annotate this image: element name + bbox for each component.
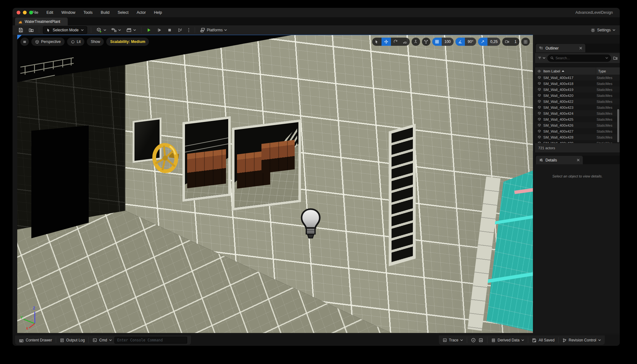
menu-item[interactable]: Edit	[46, 10, 53, 15]
editor-mode-dropdown[interactable]: Selection Mode	[43, 26, 87, 34]
save-button[interactable]	[17, 27, 24, 34]
add-actor-button[interactable]	[95, 27, 108, 34]
cinematics-button[interactable]	[125, 27, 137, 34]
branch-icon	[562, 338, 567, 343]
outliner-row[interactable]: SM_Wall_400x419 StaticMes	[535, 87, 620, 92]
menu-item[interactable]: Build	[101, 10, 109, 15]
static-mesh-icon	[535, 76, 543, 80]
close-details-button[interactable]	[577, 159, 580, 161]
zoom-window-button[interactable]	[29, 11, 33, 14]
perspective-dropdown[interactable]: Perspective	[31, 38, 65, 46]
close-window-button[interactable]	[17, 11, 20, 14]
grid-snap-control[interactable]: 100	[432, 38, 454, 46]
outliner-row[interactable]: SM_Wall_400x425 StaticMes	[535, 116, 620, 122]
tab-water-treatment-plant[interactable]: WaterTreatmentPlant	[15, 18, 68, 25]
outliner-row[interactable]: SM_Wall_400x423 StaticMes	[535, 104, 620, 110]
translate-tool-button[interactable]	[382, 38, 391, 46]
lit-label: Lit	[77, 40, 81, 44]
kebab-menu-icon	[188, 28, 190, 33]
close-outliner-button[interactable]	[579, 47, 582, 50]
view-mode-dropdown[interactable]: Lit	[67, 38, 85, 46]
outliner-search-box[interactable]	[547, 55, 611, 62]
toolbar-separator	[39, 27, 39, 33]
settings-dropdown[interactable]: Settings	[591, 28, 615, 33]
cmd-dropdown[interactable]: Cmd	[92, 338, 112, 342]
browse-content-button[interactable]	[27, 27, 35, 34]
outliner-row[interactable]: SM_Wall_400x429 StaticMes	[535, 140, 620, 143]
camera-speed-control[interactable]: 1	[502, 38, 519, 46]
surface-snapping-button[interactable]	[422, 38, 430, 46]
play-icon	[146, 28, 151, 33]
tab-details[interactable]: Details	[536, 156, 583, 164]
viewport-options-button[interactable]	[20, 38, 29, 46]
static-mesh-icon	[535, 129, 543, 133]
scale-snap-control[interactable]: 0,25	[478, 38, 500, 46]
launch-button[interactable]	[176, 27, 184, 34]
menu-item[interactable]: Window	[61, 10, 75, 15]
rotation-snap-value[interactable]: 90°	[465, 38, 476, 46]
play-options-button[interactable]	[187, 27, 191, 34]
hamburger-menu-icon	[23, 40, 27, 44]
tab-outliner[interactable]: Outliner	[536, 44, 585, 52]
platforms-dropdown[interactable]: Platforms	[199, 27, 229, 34]
play-button[interactable]	[145, 27, 153, 34]
show-flags-dropdown[interactable]: Show	[87, 38, 104, 46]
rotation-snap-control[interactable]: 90°	[455, 38, 476, 46]
menu-item[interactable]: Actor	[137, 10, 146, 15]
grid-snap-icon-segment[interactable]	[432, 38, 442, 46]
outliner-row[interactable]: SM_Wall_400x428 StaticMes	[535, 134, 620, 140]
select-tool-button[interactable]	[372, 38, 382, 46]
trace-dropdown[interactable]: Trace	[443, 338, 463, 342]
unreal-editor-window: FileEditWindowToolsBuildSelectActorHelp …	[13, 8, 620, 346]
content-drawer-icon	[19, 338, 24, 343]
insights-session-button[interactable]	[471, 338, 476, 343]
level-asset-icon	[18, 19, 23, 24]
outliner-row[interactable]: SM_Wall_400x417 StaticMes	[535, 75, 620, 81]
grid-snap-value[interactable]: 100	[442, 38, 454, 46]
stop-button[interactable]	[166, 27, 173, 34]
revision-control-dropdown[interactable]: Revision Control	[562, 338, 601, 343]
scalability-warning-button[interactable]: Scalability: Medium	[106, 38, 149, 46]
level-viewport[interactable]: Perspective Lit Show Scalability: Medium	[17, 35, 533, 333]
blueprints-button[interactable]	[110, 27, 122, 34]
camera-speed-value[interactable]: 1	[512, 38, 519, 46]
visibility-column-header[interactable]	[535, 69, 543, 73]
rotation-snap-icon-segment[interactable]	[455, 38, 465, 46]
statusbar-separator	[487, 337, 487, 343]
select-cursor-icon	[46, 28, 50, 32]
scale-snap-icon-segment[interactable]	[478, 38, 487, 46]
scale-tool-button[interactable]	[400, 38, 410, 46]
outliner-row[interactable]: SM_Wall_400x427 StaticMes	[535, 128, 620, 134]
menu-item[interactable]: File	[32, 10, 38, 15]
save-status-button[interactable]: All Saved	[532, 338, 555, 343]
static-mesh-icon	[535, 141, 543, 143]
derived-data-dropdown[interactable]: Derived Data	[491, 338, 524, 343]
output-log-button[interactable]: Output Log	[60, 338, 85, 343]
outliner-scrollbar-thumb[interactable]	[617, 109, 619, 142]
skip-frame-button[interactable]	[155, 27, 163, 34]
type-column-header[interactable]: Type	[596, 67, 620, 75]
menu-item[interactable]: Help	[154, 10, 162, 15]
outliner-filter-button[interactable]	[538, 56, 545, 60]
coordinate-space-button[interactable]	[412, 38, 420, 46]
outliner-row[interactable]: SM_Wall_400x424 StaticMes	[535, 110, 620, 116]
maximize-viewport-button[interactable]	[521, 38, 530, 46]
search-input[interactable]	[555, 56, 604, 60]
add-folder-button[interactable]	[613, 56, 618, 60]
outliner-row[interactable]: SM_Wall_400x420 StaticMes	[535, 92, 620, 98]
close-icon	[577, 159, 580, 161]
static-mesh-icon	[535, 111, 543, 115]
rotate-tool-button[interactable]	[391, 38, 400, 46]
outliner-row[interactable]: SM_Wall_400x426 StaticMes	[535, 122, 620, 128]
outliner-row[interactable]: SM_Wall_400x418 StaticMes	[535, 81, 620, 87]
console-command-input[interactable]	[114, 337, 187, 344]
outliner-row[interactable]: SM_Wall_400x422 StaticMes	[535, 98, 620, 104]
menu-item[interactable]: Tools	[83, 10, 92, 15]
menu-item[interactable]: Select	[118, 10, 129, 15]
item-label-column-header[interactable]: Item Label	[543, 69, 596, 73]
content-drawer-button[interactable]: Content Drawer	[19, 338, 52, 343]
minimize-window-button[interactable]	[23, 11, 27, 14]
insights-snapshot-button[interactable]	[478, 338, 483, 343]
perspective-cube-icon	[35, 40, 39, 44]
scale-snap-value[interactable]: 0,25	[487, 38, 500, 46]
